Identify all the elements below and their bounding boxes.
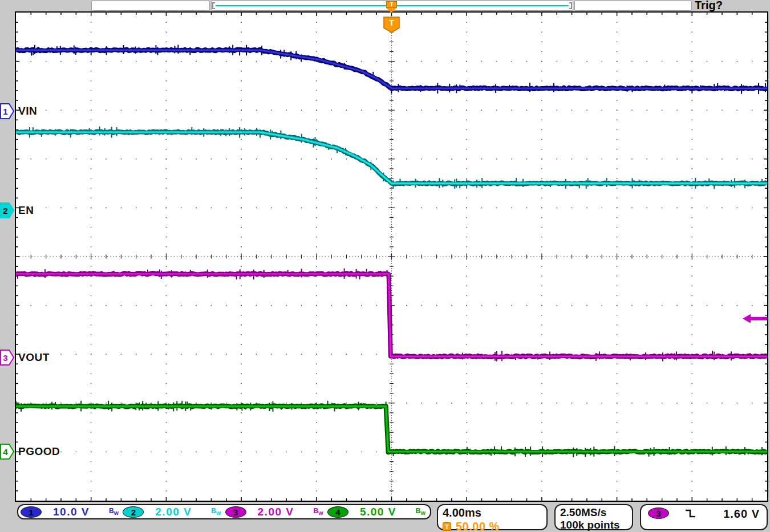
top-left-readout-box [91,1,210,11]
channel3-scale: 2.00 V [258,506,294,518]
record-window-right-bracket [569,2,572,9]
channel3-position-marker[interactable]: 3 [0,349,15,366]
channel2-position-marker[interactable]: 2 [0,202,15,219]
svg-text:4: 4 [3,447,8,457]
trigger-readout[interactable]: 3 1.60 V [640,504,768,530]
waveform-canvas: T [16,13,767,501]
channel4-bandwidth-icon: BW [416,507,425,516]
channel3-bandwidth-icon: BW [314,507,323,516]
sample-rate: 2.50MS/s [560,506,627,519]
channel1-waveform-label: VIN [18,105,37,117]
svg-text:3: 3 [3,353,7,363]
trigger-source-badge[interactable]: 3 [648,507,669,519]
acquisition-readout[interactable]: 2.50MS/s 100k points [554,504,633,530]
svg-text:2: 2 [3,206,7,216]
trigger-level-arrow [743,314,767,323]
trigger-position-marker-arrow [386,8,396,13]
record-view-scrollbar[interactable]: T [211,1,573,11]
channel3-waveform-label: VOUT [18,351,50,364]
channel4-badge[interactable]: 4 [327,506,348,518]
timebase-scale: 4.00ms [443,506,542,519]
channel2-bandwidth-icon: BW [211,507,221,516]
bottom-readout-bar: 1 10.0 V BW 2 2.00 V BW 3 2.00 V BW 4 5.… [0,502,770,532]
record-length: 100k points [560,519,627,531]
channel4-readout[interactable]: 4 5.00 V BW [327,506,425,518]
trigger-t-icon: T [443,522,451,531]
channel1-readout[interactable]: 1 10.0 V BW [21,506,119,518]
svg-text:T: T [389,18,394,27]
channel3-badge[interactable]: 3 [225,506,246,518]
channel2-badge[interactable]: 2 [123,506,144,518]
channel2-scale: 2.00 V [155,506,192,518]
channel1-bandwidth-icon: BW [109,507,119,516]
channel4-position-marker[interactable]: 4 [0,443,15,460]
horizontal-readout[interactable]: 4.00ms T 50.00 % [437,504,548,530]
trigger-level-value: 1.60 V [723,507,760,521]
channel-scales-readout[interactable]: 1 10.0 V BW 2 2.00 V BW 3 2.00 V BW 4 5.… [17,504,431,519]
record-window-left-bracket [212,2,215,9]
channel1-scale: 10.0 V [53,506,90,518]
trigger-position-percent: 50.00 % [456,520,500,532]
channel4-scale: 5.00 V [360,506,396,518]
channel3-readout[interactable]: 3 2.00 V BW [225,506,323,518]
trigger-status-label: Trig? [695,0,723,12]
graticule-area: T VIN EN VOUT PGOOD [15,11,768,502]
top-status-bar: T Trig? [0,0,770,11]
channel2-waveform-label: EN [18,204,34,217]
top-right-readout-box [574,1,692,11]
channel2-readout[interactable]: 2 2.00 V BW [123,506,221,518]
falling-edge-icon [684,509,698,519]
oscilloscope-screen: T Trig? T VIN EN VOUT PGOOD 1 2 3 4 1 10… [0,0,770,532]
channel1-badge[interactable]: 1 [21,506,42,518]
svg-text:1: 1 [3,107,7,116]
trigger-position-marker-icon[interactable]: T [386,1,397,8]
channel4-waveform-label: PGOOD [18,445,60,458]
channel1-position-marker[interactable]: 1 [0,103,15,120]
